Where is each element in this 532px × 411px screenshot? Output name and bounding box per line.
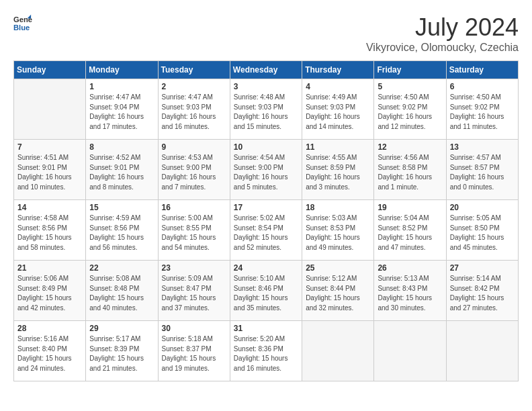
- day-info: Sunrise: 4:55 AMSunset: 8:59 PMDaylight:…: [306, 153, 370, 192]
- day-number: 29: [89, 324, 154, 333]
- col-sunday: Sunday: [14, 61, 86, 79]
- calendar-cell: 8Sunrise: 4:52 AMSunset: 9:01 PMDaylight…: [86, 140, 158, 200]
- day-info: Sunrise: 4:47 AMSunset: 9:03 PMDaylight:…: [162, 93, 226, 132]
- month-title: July 2024: [366, 13, 519, 42]
- day-number: 10: [234, 142, 298, 152]
- day-number: 14: [17, 203, 82, 212]
- calendar-week-2: 14Sunrise: 4:58 AMSunset: 8:56 PMDayligh…: [14, 200, 519, 261]
- day-info: Sunrise: 5:03 AMSunset: 8:53 PMDaylight:…: [306, 214, 370, 253]
- calendar-week-0: 1Sunrise: 4:47 AMSunset: 9:04 PMDaylight…: [14, 79, 519, 140]
- calendar-week-3: 21Sunrise: 5:06 AMSunset: 8:49 PMDayligh…: [14, 261, 519, 321]
- day-info: Sunrise: 5:09 AMSunset: 8:47 PMDaylight:…: [162, 274, 226, 313]
- col-friday: Friday: [374, 61, 446, 79]
- calendar-cell: 7Sunrise: 4:51 AMSunset: 9:01 PMDaylight…: [14, 140, 86, 200]
- calendar-cell: 13Sunrise: 4:57 AMSunset: 8:57 PMDayligh…: [446, 140, 518, 200]
- col-wednesday: Wednesday: [230, 61, 302, 79]
- day-number: 25: [306, 263, 370, 273]
- calendar-cell: 10Sunrise: 4:54 AMSunset: 9:00 PMDayligh…: [230, 140, 302, 200]
- calendar-cell: 23Sunrise: 5:09 AMSunset: 8:47 PMDayligh…: [158, 261, 230, 321]
- calendar-table: Sunday Monday Tuesday Wednesday Thursday…: [13, 60, 519, 381]
- day-number: 31: [234, 324, 298, 333]
- calendar-cell: 22Sunrise: 5:08 AMSunset: 8:48 PMDayligh…: [86, 261, 158, 321]
- calendar-cell: [374, 321, 446, 381]
- day-number: 24: [234, 263, 298, 273]
- day-info: Sunrise: 5:18 AMSunset: 8:37 PMDaylight:…: [162, 334, 226, 373]
- day-number: 20: [450, 203, 515, 212]
- day-info: Sunrise: 4:54 AMSunset: 9:00 PMDaylight:…: [234, 153, 298, 192]
- calendar-cell: 21Sunrise: 5:06 AMSunset: 8:49 PMDayligh…: [14, 261, 86, 321]
- day-number: 3: [234, 82, 298, 91]
- calendar-cell: 5Sunrise: 4:50 AMSunset: 9:02 PMDaylight…: [374, 79, 446, 140]
- day-number: 5: [378, 82, 442, 91]
- day-info: Sunrise: 5:05 AMSunset: 8:50 PMDaylight:…: [450, 214, 515, 253]
- day-number: 21: [17, 263, 82, 273]
- day-number: 12: [378, 142, 442, 152]
- calendar-week-4: 28Sunrise: 5:16 AMSunset: 8:40 PMDayligh…: [14, 321, 519, 381]
- calendar-cell: 18Sunrise: 5:03 AMSunset: 8:53 PMDayligh…: [302, 200, 374, 261]
- calendar-cell: 20Sunrise: 5:05 AMSunset: 8:50 PMDayligh…: [446, 200, 518, 261]
- col-saturday: Saturday: [446, 61, 518, 79]
- day-info: Sunrise: 4:49 AMSunset: 9:03 PMDaylight:…: [306, 93, 370, 132]
- day-info: Sunrise: 4:51 AMSunset: 9:01 PMDaylight:…: [17, 153, 82, 192]
- calendar-cell: 4Sunrise: 4:49 AMSunset: 9:03 PMDaylight…: [302, 79, 374, 140]
- day-info: Sunrise: 5:08 AMSunset: 8:48 PMDaylight:…: [89, 274, 154, 313]
- day-number: 19: [378, 203, 442, 212]
- calendar-cell: 11Sunrise: 4:55 AMSunset: 8:59 PMDayligh…: [302, 140, 374, 200]
- day-info: Sunrise: 5:12 AMSunset: 8:44 PMDaylight:…: [306, 274, 370, 313]
- calendar-cell: 14Sunrise: 4:58 AMSunset: 8:56 PMDayligh…: [14, 200, 86, 261]
- day-info: Sunrise: 4:56 AMSunset: 8:58 PMDaylight:…: [378, 153, 442, 192]
- day-number: 7: [17, 142, 82, 152]
- location-title: Vikyrovice, Olomoucky, Czechia: [366, 42, 519, 54]
- logo: General Blue: [13, 13, 32, 32]
- calendar-cell: 27Sunrise: 5:14 AMSunset: 8:42 PMDayligh…: [446, 261, 518, 321]
- day-info: Sunrise: 4:57 AMSunset: 8:57 PMDaylight:…: [450, 153, 515, 192]
- svg-text:Blue: Blue: [13, 24, 30, 32]
- day-number: 23: [162, 263, 226, 273]
- calendar-cell: 25Sunrise: 5:12 AMSunset: 8:44 PMDayligh…: [302, 261, 374, 321]
- day-number: 15: [89, 203, 154, 212]
- day-info: Sunrise: 4:58 AMSunset: 8:56 PMDaylight:…: [17, 214, 82, 253]
- day-number: 1: [89, 82, 154, 91]
- day-info: Sunrise: 4:50 AMSunset: 9:02 PMDaylight:…: [378, 93, 442, 132]
- calendar-cell: 6Sunrise: 4:50 AMSunset: 9:02 PMDaylight…: [446, 79, 518, 140]
- day-info: Sunrise: 5:00 AMSunset: 8:55 PMDaylight:…: [162, 214, 226, 253]
- day-info: Sunrise: 4:47 AMSunset: 9:04 PMDaylight:…: [89, 93, 154, 132]
- calendar-cell: 1Sunrise: 4:47 AMSunset: 9:04 PMDaylight…: [86, 79, 158, 140]
- calendar-cell: 28Sunrise: 5:16 AMSunset: 8:40 PMDayligh…: [14, 321, 86, 381]
- calendar-cell: 19Sunrise: 5:04 AMSunset: 8:52 PMDayligh…: [374, 200, 446, 261]
- calendar-cell: 24Sunrise: 5:10 AMSunset: 8:46 PMDayligh…: [230, 261, 302, 321]
- day-number: 27: [450, 263, 515, 273]
- calendar-week-1: 7Sunrise: 4:51 AMSunset: 9:01 PMDaylight…: [14, 140, 519, 200]
- header-row: Sunday Monday Tuesday Wednesday Thursday…: [14, 61, 519, 79]
- calendar-cell: 17Sunrise: 5:02 AMSunset: 8:54 PMDayligh…: [230, 200, 302, 261]
- col-thursday: Thursday: [302, 61, 374, 79]
- logo-icon: General Blue: [13, 13, 32, 32]
- day-info: Sunrise: 4:50 AMSunset: 9:02 PMDaylight:…: [450, 93, 515, 132]
- day-number: 4: [306, 82, 370, 91]
- col-monday: Monday: [86, 61, 158, 79]
- calendar-cell: 2Sunrise: 4:47 AMSunset: 9:03 PMDaylight…: [158, 79, 230, 140]
- day-info: Sunrise: 5:17 AMSunset: 8:39 PMDaylight:…: [89, 334, 154, 373]
- day-info: Sunrise: 5:13 AMSunset: 8:43 PMDaylight:…: [378, 274, 442, 313]
- day-number: 11: [306, 142, 370, 152]
- day-info: Sunrise: 5:16 AMSunset: 8:40 PMDaylight:…: [17, 334, 82, 373]
- day-info: Sunrise: 5:04 AMSunset: 8:52 PMDaylight:…: [378, 214, 442, 253]
- title-area: July 2024 Vikyrovice, Olomoucky, Czechia: [366, 13, 519, 54]
- day-number: 2: [162, 82, 226, 91]
- day-number: 30: [162, 324, 226, 333]
- calendar-cell: [302, 321, 374, 381]
- day-number: 16: [162, 203, 226, 212]
- day-number: 8: [89, 142, 154, 152]
- calendar-cell: 31Sunrise: 5:20 AMSunset: 8:36 PMDayligh…: [230, 321, 302, 381]
- day-number: 13: [450, 142, 515, 152]
- day-info: Sunrise: 4:59 AMSunset: 8:56 PMDaylight:…: [89, 214, 154, 253]
- calendar-cell: 29Sunrise: 5:17 AMSunset: 8:39 PMDayligh…: [86, 321, 158, 381]
- day-info: Sunrise: 4:52 AMSunset: 9:01 PMDaylight:…: [89, 153, 154, 192]
- page-header: General Blue July 2024 Vikyrovice, Olomo…: [13, 13, 519, 54]
- col-tuesday: Tuesday: [158, 61, 230, 79]
- day-info: Sunrise: 5:06 AMSunset: 8:49 PMDaylight:…: [17, 274, 82, 313]
- day-info: Sunrise: 5:10 AMSunset: 8:46 PMDaylight:…: [234, 274, 298, 313]
- day-number: 26: [378, 263, 442, 273]
- calendar-cell: 15Sunrise: 4:59 AMSunset: 8:56 PMDayligh…: [86, 200, 158, 261]
- day-info: Sunrise: 5:20 AMSunset: 8:36 PMDaylight:…: [234, 334, 298, 373]
